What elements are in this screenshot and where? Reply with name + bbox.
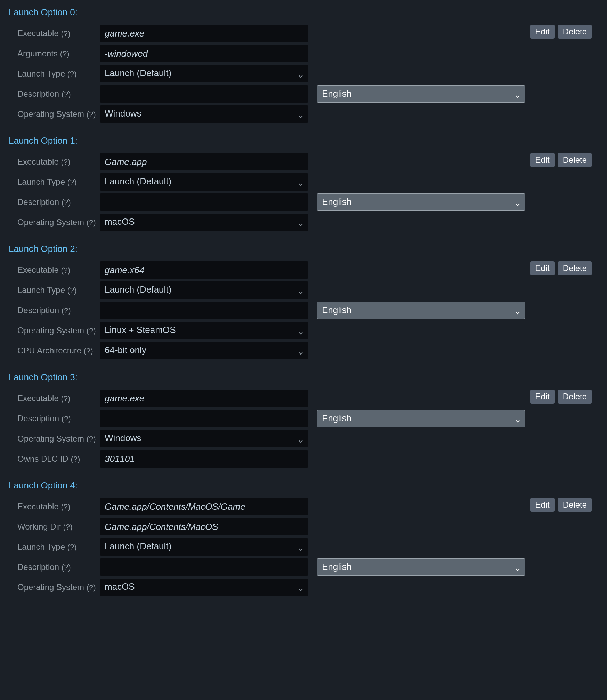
executable-input[interactable]: [100, 25, 308, 42]
field-label: Launch Type (?): [17, 542, 96, 552]
help-icon[interactable]: (?): [67, 543, 77, 551]
help-icon[interactable]: (?): [87, 435, 96, 443]
help-icon[interactable]: (?): [61, 394, 70, 403]
os-select[interactable]: macOS: [100, 214, 308, 231]
launch-option-section: Launch Option 1:EditDeleteExecutable (?)…: [7, 135, 600, 231]
field-label: Owns DLC ID (?): [17, 454, 96, 464]
help-icon[interactable]: (?): [87, 583, 96, 592]
edit-button[interactable]: Edit: [530, 498, 554, 512]
help-icon[interactable]: (?): [62, 414, 71, 423]
section-title: Launch Option 2:: [7, 244, 600, 254]
edit-button[interactable]: Edit: [530, 390, 554, 404]
description-input[interactable]: [100, 193, 308, 211]
field-label: Executable (?): [17, 265, 96, 275]
field-label: CPU Architecture (?): [17, 346, 96, 356]
action-buttons: EditDelete: [530, 25, 592, 39]
launch-option-section: Launch Option 3:EditDeleteExecutable (?)…: [7, 372, 600, 468]
section-title: Launch Option 0:: [7, 7, 600, 18]
help-icon[interactable]: (?): [62, 198, 71, 207]
section-title: Launch Option 3:: [7, 372, 600, 383]
help-icon[interactable]: (?): [62, 563, 71, 572]
action-buttons: EditDelete: [530, 153, 592, 167]
os-select[interactable]: Linux + SteamOS: [100, 322, 308, 339]
edit-button[interactable]: Edit: [530, 261, 554, 275]
delete-button[interactable]: Delete: [558, 390, 592, 404]
field-label: Description (?): [17, 305, 96, 315]
field-label: Launch Type (?): [17, 69, 96, 79]
launch-option-section: Launch Option 4:EditDeleteExecutable (?)…: [7, 480, 600, 596]
os-select[interactable]: macOS: [100, 579, 308, 596]
action-buttons: EditDelete: [530, 261, 592, 275]
action-buttons: EditDelete: [530, 390, 592, 404]
language-select[interactable]: English: [317, 193, 525, 211]
working-dir-input[interactable]: [100, 518, 308, 535]
executable-input[interactable]: [100, 498, 308, 515]
field-label: Description (?): [17, 197, 96, 207]
help-icon[interactable]: (?): [61, 266, 70, 275]
os-select[interactable]: Windows: [100, 430, 308, 447]
description-input[interactable]: [100, 85, 308, 103]
section-title: Launch Option 4:: [7, 480, 600, 491]
field-label: Description (?): [17, 562, 96, 572]
executable-input[interactable]: [100, 261, 308, 279]
field-label: Executable (?): [17, 502, 96, 511]
launch-option-section: Launch Option 2:EditDeleteExecutable (?)…: [7, 244, 600, 359]
help-icon[interactable]: (?): [71, 455, 80, 463]
edit-button[interactable]: Edit: [530, 25, 554, 39]
language-select[interactable]: English: [317, 558, 525, 576]
launch-type-select[interactable]: Launch (Default): [100, 173, 308, 191]
field-label: Working Dir (?): [17, 522, 96, 532]
help-icon[interactable]: (?): [67, 286, 77, 295]
help-icon[interactable]: (?): [62, 90, 71, 98]
field-label: Operating System (?): [17, 109, 96, 119]
launch-type-select[interactable]: Launch (Default): [100, 538, 308, 556]
field-label: Executable (?): [17, 29, 96, 38]
language-select[interactable]: English: [317, 85, 525, 103]
field-label: Operating System (?): [17, 326, 96, 335]
description-input[interactable]: [100, 558, 308, 576]
owns-dlc-input[interactable]: [100, 450, 308, 468]
field-label: Operating System (?): [17, 217, 96, 227]
delete-button[interactable]: Delete: [558, 25, 592, 39]
help-icon[interactable]: (?): [60, 49, 70, 58]
arguments-input[interactable]: [100, 45, 308, 62]
help-icon[interactable]: (?): [87, 326, 96, 335]
help-icon[interactable]: (?): [62, 306, 71, 315]
field-label: Launch Type (?): [17, 285, 96, 295]
description-input[interactable]: [100, 302, 308, 319]
language-select[interactable]: English: [317, 302, 525, 319]
field-label: Operating System (?): [17, 582, 96, 592]
launch-option-section: Launch Option 0:EditDeleteExecutable (?)…: [7, 7, 600, 123]
field-label: Launch Type (?): [17, 177, 96, 187]
help-icon[interactable]: (?): [61, 29, 70, 38]
field-label: Executable (?): [17, 157, 96, 167]
help-icon[interactable]: (?): [67, 70, 77, 78]
launch-type-select[interactable]: Launch (Default): [100, 65, 308, 82]
help-icon[interactable]: (?): [63, 523, 73, 531]
field-label: Description (?): [17, 414, 96, 423]
field-label: Arguments (?): [17, 49, 96, 58]
field-label: Operating System (?): [17, 434, 96, 444]
delete-button[interactable]: Delete: [558, 261, 592, 275]
executable-input[interactable]: [100, 390, 308, 407]
delete-button[interactable]: Delete: [558, 153, 592, 167]
help-icon[interactable]: (?): [87, 110, 96, 119]
executable-input[interactable]: [100, 153, 308, 170]
cpu-arch-select[interactable]: 64-bit only: [100, 342, 308, 359]
field-label: Executable (?): [17, 393, 96, 403]
action-buttons: EditDelete: [530, 498, 592, 512]
field-label: Description (?): [17, 89, 96, 99]
help-icon[interactable]: (?): [61, 158, 70, 166]
section-title: Launch Option 1:: [7, 135, 600, 146]
language-select[interactable]: English: [317, 410, 525, 427]
help-icon[interactable]: (?): [87, 218, 96, 227]
os-select[interactable]: Windows: [100, 105, 308, 123]
launch-type-select[interactable]: Launch (Default): [100, 281, 308, 299]
edit-button[interactable]: Edit: [530, 153, 554, 167]
help-icon[interactable]: (?): [67, 178, 77, 186]
delete-button[interactable]: Delete: [558, 498, 592, 512]
help-icon[interactable]: (?): [61, 502, 70, 511]
description-input[interactable]: [100, 410, 308, 427]
help-icon[interactable]: (?): [84, 347, 93, 355]
